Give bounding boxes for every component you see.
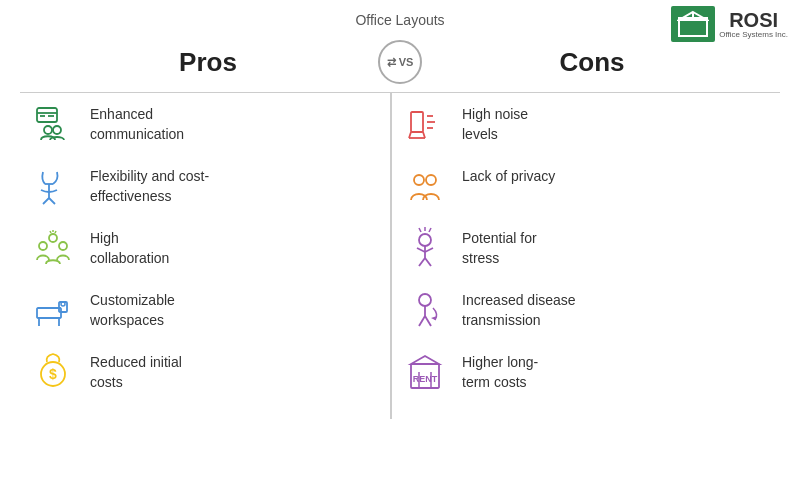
svg-rect-3 (37, 108, 57, 122)
svg-rect-18 (37, 308, 61, 318)
svg-line-17 (50, 231, 51, 233)
svg-point-33 (414, 175, 424, 185)
list-item: RENT Higher long-term costs (402, 349, 752, 395)
svg-rect-26 (411, 112, 423, 132)
page-title: Office Layouts (355, 12, 444, 28)
item-label: Enhancedcommunication (90, 101, 184, 144)
svg-line-35 (419, 228, 421, 232)
communication-icon (30, 101, 76, 147)
list-item: Enhancedcommunication (30, 101, 380, 147)
svg-line-41 (425, 248, 433, 252)
desk-icon (30, 287, 76, 333)
cons-heading: Cons (422, 47, 762, 78)
pros-column: Enhancedcommunication Flexibility and co… (20, 93, 390, 419)
svg-point-22 (61, 302, 65, 306)
disease-icon (402, 287, 448, 333)
cons-column: High noiselevels Lack of privacy (392, 93, 762, 419)
svg-line-37 (429, 228, 431, 232)
svg-marker-50 (411, 356, 439, 364)
svg-point-44 (419, 294, 431, 306)
svg-line-11 (49, 198, 55, 204)
svg-line-46 (419, 316, 425, 326)
noise-icon (402, 101, 448, 147)
privacy-icon (402, 163, 448, 209)
logo-text-block: ROSI Office Systems Inc. (719, 10, 788, 39)
vs-badge: ⇄ VS (378, 40, 422, 84)
item-label: High noiselevels (462, 101, 528, 144)
svg-line-10 (43, 198, 49, 204)
svg-line-16 (55, 231, 56, 233)
svg-line-43 (425, 258, 431, 266)
collab-icon (30, 225, 76, 271)
list-item: Lack of privacy (402, 163, 752, 209)
svg-point-8 (53, 126, 61, 134)
svg-text:$: $ (49, 366, 57, 382)
item-label: Increased diseasetransmission (462, 287, 576, 330)
svg-point-38 (419, 234, 431, 246)
headings-row: Pros ⇄ VS Cons (0, 36, 800, 92)
list-item: Flexibility and cost-effectiveness (30, 163, 380, 209)
svg-line-47 (425, 316, 431, 326)
svg-point-34 (426, 175, 436, 185)
content-area: Enhancedcommunication Flexibility and co… (0, 93, 800, 419)
item-label: Lack of privacy (462, 163, 555, 187)
stress-icon (402, 225, 448, 271)
header: Office Layouts ROSI Office Systems Inc. (0, 0, 800, 36)
list-item: Potential forstress (402, 225, 752, 271)
list-item: High noiselevels (402, 101, 752, 147)
svg-point-13 (39, 242, 47, 250)
logo-name: ROSI (719, 10, 788, 30)
chair-icon (30, 163, 76, 209)
svg-point-14 (59, 242, 67, 250)
logo-icon (677, 10, 709, 38)
list-item: Increased diseasetransmission (402, 287, 752, 333)
svg-line-40 (417, 248, 425, 252)
rent-icon: RENT (402, 349, 448, 395)
list-item: $ Reduced initialcosts (30, 349, 380, 395)
list-item: Customizableworkspaces (30, 287, 380, 333)
svg-point-7 (44, 126, 52, 134)
svg-line-42 (419, 258, 425, 266)
list-item: Highcollaboration (30, 225, 380, 271)
svg-text:RENT: RENT (413, 374, 438, 384)
pros-heading: Pros (38, 47, 378, 78)
svg-point-12 (49, 234, 57, 242)
item-label: Reduced initialcosts (90, 349, 182, 392)
item-label: Higher long-term costs (462, 349, 538, 392)
item-label: Customizableworkspaces (90, 287, 175, 330)
item-label: Potential forstress (462, 225, 537, 268)
item-label: Flexibility and cost-effectiveness (90, 163, 209, 206)
money-icon: $ (30, 349, 76, 395)
item-label: Highcollaboration (90, 225, 169, 268)
